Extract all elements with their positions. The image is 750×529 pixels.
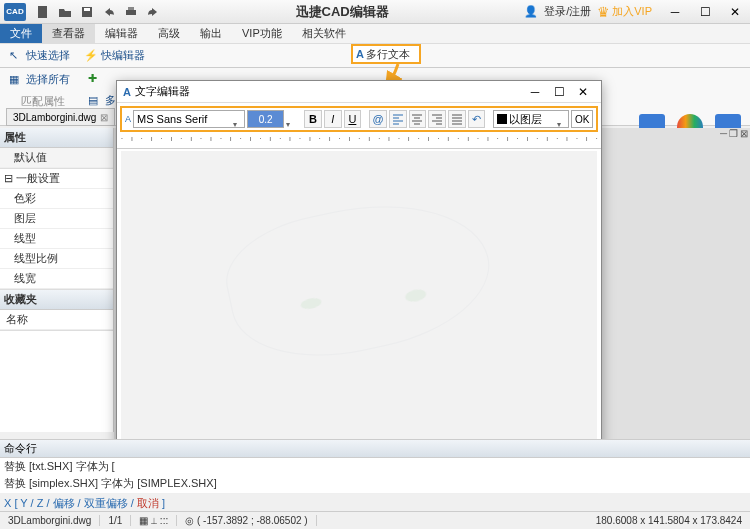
props-layer[interactable]: 图层	[0, 209, 113, 229]
underline-button[interactable]: U	[344, 110, 362, 128]
justify-button[interactable]	[448, 110, 466, 128]
svg-rect-3	[126, 10, 136, 15]
status-icons: ▦ ⟂ :::	[131, 515, 177, 526]
dialog-maximize-button[interactable]: ☐	[547, 85, 571, 99]
menu-advanced[interactable]: 高级	[148, 24, 190, 43]
props-ltype[interactable]: 线型	[0, 229, 113, 249]
menu-output[interactable]: 输出	[190, 24, 232, 43]
minimize-button[interactable]: ─	[660, 1, 690, 23]
props-header: 属性	[0, 128, 113, 148]
props-lweight[interactable]: 线宽	[0, 269, 113, 289]
text-editor-dialog: A 文字编辑器 ─ ☐ ✕ A MS Sans Serif 0.2 B I U …	[116, 80, 602, 476]
align-left-button[interactable]	[389, 110, 407, 128]
save-icon[interactable]	[80, 5, 94, 19]
maximize-button[interactable]: ☐	[690, 1, 720, 23]
props-name[interactable]: 名称	[0, 310, 113, 330]
quick-access-toolbar	[36, 5, 160, 19]
font-select[interactable]: MS Sans Serif	[133, 110, 245, 128]
doc-min-icon[interactable]: ─	[720, 128, 727, 139]
cmdline-row: 替换 [txt.SHX] 字体为 [	[0, 458, 750, 475]
align-center-button[interactable]	[409, 110, 427, 128]
multiline-text-button[interactable]: A 多行文本	[351, 44, 421, 64]
open-icon[interactable]	[58, 5, 72, 19]
tab-x[interactable]: X	[4, 497, 11, 509]
window-controls: ─ ☐ ✕	[660, 1, 750, 23]
fav-header: 收藏夹	[0, 290, 113, 310]
auth-area: 👤 登录/注册 ♛加入VIP	[524, 4, 652, 20]
menu-viewer[interactable]: 查看器	[42, 24, 95, 43]
align-right-button[interactable]	[428, 110, 446, 128]
title-bar: CAD 迅捷CAD编辑器 👤 登录/注册 ♛加入VIP ─ ☐ ✕	[0, 0, 750, 24]
undo-text-button[interactable]: ↶	[468, 110, 486, 128]
file-tab[interactable]: 3DLamborgini.dwg⊠	[6, 108, 115, 126]
props-color[interactable]: 色彩	[0, 189, 113, 209]
redo-icon[interactable]	[146, 5, 160, 19]
cmdline-row: 替换 [simplex.SHX] 字体为 [SIMPLEX.SHX]	[0, 475, 750, 492]
grid-icon: ▤	[88, 94, 102, 108]
vip-link[interactable]: ♛加入VIP	[597, 4, 652, 20]
tab-y[interactable]: Y	[20, 497, 27, 509]
status-bar: 3DLamborgini.dwg 1/1 ▦ ⟂ ::: ◎ ( -157.38…	[0, 511, 750, 529]
doc-window-controls: ─ ❐ ⊠	[720, 128, 748, 139]
font-size-select[interactable]: 0.2	[247, 110, 284, 128]
menu-editor[interactable]: 编辑器	[95, 24, 148, 43]
menu-related[interactable]: 相关软件	[292, 24, 356, 43]
menu-vip[interactable]: VIP功能	[232, 24, 292, 43]
dialog-title-bar[interactable]: A 文字编辑器 ─ ☐ ✕	[117, 81, 601, 103]
svg-rect-4	[128, 7, 134, 10]
format-toolbar: A MS Sans Serif 0.2 B I U @ ↶ 以图层 OK	[120, 106, 598, 132]
cursor-icon: ↖	[9, 49, 23, 63]
text-icon: A	[356, 48, 364, 60]
new-icon[interactable]	[36, 5, 50, 19]
undo-icon[interactable]	[102, 5, 116, 19]
menu-file[interactable]: 文件	[0, 24, 42, 43]
font-icon: A	[125, 114, 131, 124]
flash-icon: ⚡	[84, 49, 98, 63]
doc-max-icon[interactable]: ❐	[729, 128, 738, 139]
tab-z[interactable]: Z	[37, 497, 44, 509]
print-icon[interactable]	[124, 5, 138, 19]
italic-button[interactable]: I	[324, 110, 342, 128]
text-canvas[interactable]	[121, 151, 597, 471]
doc-close-icon[interactable]: ⊠	[740, 128, 748, 139]
crown-icon: ♛	[597, 4, 610, 20]
app-icon: CAD	[4, 3, 26, 21]
user-icon: 👤	[524, 5, 538, 18]
at-button[interactable]: @	[369, 110, 387, 128]
color-layer-select[interactable]: 以图层	[493, 110, 569, 128]
quick-select-button[interactable]: ↖快速选择	[4, 46, 75, 65]
tab-double-offset[interactable]: 双重偏移	[84, 497, 128, 509]
login-link[interactable]: 登录/注册	[544, 4, 591, 19]
plus-icon: ✚	[88, 72, 102, 86]
close-button[interactable]: ✕	[720, 1, 750, 23]
properties-panel: 属性 默认值 ⊟ 一般设置 色彩 图层 线型 线型比例 线宽 收藏夹 名称	[0, 128, 114, 432]
close-tab-icon[interactable]: ⊠	[100, 112, 108, 123]
ribbon-row-1: ↖快速选择 ⚡快编辑器 A 多行文本	[0, 44, 750, 68]
app-title: 迅捷CAD编辑器	[160, 3, 524, 21]
props-general[interactable]: ⊟ 一般设置	[0, 169, 113, 189]
status-coords: ◎ ( -157.3892 ; -88.06502 )	[177, 515, 316, 526]
coord-tabs: X [ Y / Z / 偏移 / 双重偏移 / 取消 ]	[4, 496, 165, 511]
svg-rect-2	[84, 8, 90, 11]
svg-rect-0	[38, 6, 47, 18]
cmdline-header: 命令行	[0, 440, 750, 458]
dialog-minimize-button[interactable]: ─	[523, 85, 547, 99]
size-dropdown-icon[interactable]	[286, 117, 294, 121]
ruler: · ı · ı · ı · ı · ı · ı · ı · ı · ı · ı …	[117, 135, 601, 149]
dialog-icon: A	[123, 86, 131, 98]
status-dims: 180.6008 x 141.5804 x 173.8424	[588, 515, 750, 526]
command-line-panel: 命令行 替换 [txt.SHX] 字体为 [ 替换 [simplex.SHX] …	[0, 439, 750, 493]
menu-bar: 文件 查看器 编辑器 高级 输出 VIP功能 相关软件	[0, 24, 750, 44]
dialog-close-button[interactable]: ✕	[571, 85, 595, 99]
select-all-button[interactable]: ▦选择所有	[4, 70, 75, 89]
dialog-title: 文字编辑器	[135, 84, 523, 99]
tab-cancel[interactable]: 取消	[137, 497, 159, 509]
quick-edit-button[interactable]: ⚡快编辑器	[79, 46, 150, 65]
bold-button[interactable]: B	[304, 110, 322, 128]
select-all-icon: ▦	[9, 73, 23, 87]
ok-button[interactable]: OK	[571, 110, 593, 128]
props-default[interactable]: 默认值	[0, 148, 113, 168]
props-ltscale[interactable]: 线型比例	[0, 249, 113, 269]
status-filename: 3DLamborgini.dwg	[0, 515, 100, 526]
tab-offset[interactable]: 偏移	[53, 497, 75, 509]
